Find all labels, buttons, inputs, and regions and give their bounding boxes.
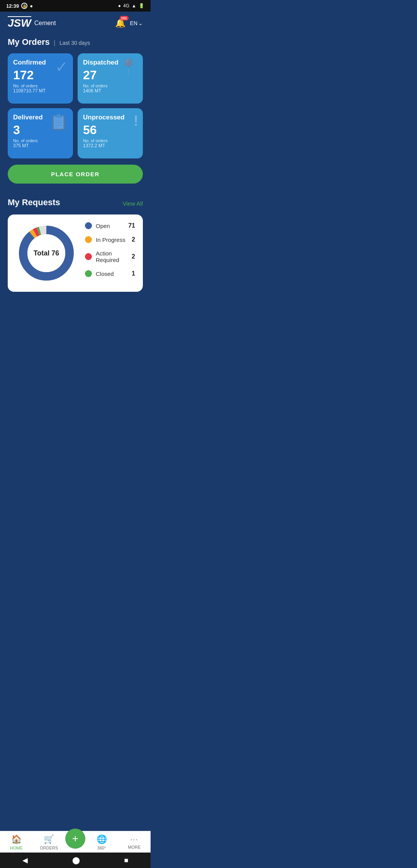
app-header: JSW Cement 🔔 101 EN ⌄ xyxy=(0,12,151,33)
battery-icon: 🔋 xyxy=(139,3,144,9)
notification-badge: 101 xyxy=(120,16,129,20)
orders-header: My Orders | Last 30 days xyxy=(8,37,143,47)
delivered-icon: 📋 xyxy=(49,113,68,131)
dispatched-desc: No. of orders xyxy=(83,83,137,88)
orders-period: Last 30 days xyxy=(59,40,90,46)
closed-label: Closed xyxy=(96,271,114,277)
donut-total-label: Total 76 xyxy=(34,249,59,257)
signal-icon: ▲ xyxy=(132,3,136,9)
legend-closed[interactable]: Closed 1 xyxy=(85,270,135,277)
brand-name: Cement xyxy=(34,20,56,27)
delivered-desc: No. of orders xyxy=(13,138,68,143)
closed-dot xyxy=(85,270,92,277)
logo-area: JSW Cement xyxy=(8,18,56,29)
dot-signal: ● xyxy=(118,3,121,9)
open-label: Open xyxy=(96,223,110,229)
open-value: 71 xyxy=(128,222,135,229)
place-order-button[interactable]: PLACE ORDER xyxy=(8,165,143,184)
time-display: 12:39 xyxy=(6,3,19,9)
orders-grid: ✓ Confirmed 172 No. of orders 1108710.77… xyxy=(8,53,143,158)
language-selector[interactable]: EN ⌄ xyxy=(130,20,143,26)
lock-icon: 🔒 xyxy=(21,3,27,9)
dispatched-mt: 1406 MT xyxy=(83,88,137,94)
requests-section: My Requests View All xyxy=(0,190,151,296)
unprocessed-desc: No. of orders xyxy=(83,138,137,143)
network-type: 4G xyxy=(123,3,129,9)
status-bar-left: 12:39 🔒 ● xyxy=(6,3,33,9)
status-bar: 12:39 🔒 ● ● 4G ▲ 🔋 xyxy=(0,0,151,12)
closed-value: 1 xyxy=(132,270,135,277)
confirmed-mt: 1108710.77 MT xyxy=(13,88,68,94)
header-actions: 🔔 101 EN ⌄ xyxy=(115,18,143,28)
jsw-logo: JSW xyxy=(8,18,31,29)
notification-bell[interactable]: 🔔 101 xyxy=(115,18,125,28)
legend-action-required[interactable]: Action Required 2 xyxy=(85,250,135,263)
unprocessed-mt: 1372.2 MT xyxy=(83,143,137,148)
view-all-link[interactable]: View All xyxy=(123,200,143,207)
unprocessed-label: Unprocessed xyxy=(83,114,137,121)
delivered-card[interactable]: 📋 Delivered 3 No. of orders 375 MT xyxy=(8,108,73,158)
unprocessed-count: 56 xyxy=(83,124,137,136)
legend-open[interactable]: Open 71 xyxy=(85,222,135,229)
confirmed-desc: No. of orders xyxy=(13,83,68,88)
dispatched-card[interactable]: 📍 Dispatched 27 No. of orders 1406 MT xyxy=(78,53,143,104)
action-required-dot xyxy=(85,253,92,260)
confirmed-icon: ✓ xyxy=(55,58,68,76)
action-required-label: Action Required xyxy=(96,250,132,263)
unprocessed-card[interactable]: ! Unprocessed 56 No. of orders 1372.2 MT xyxy=(78,108,143,158)
in-progress-label: In Progress xyxy=(96,237,125,243)
orders-title: My Orders xyxy=(8,37,50,47)
dispatched-icon: 📍 xyxy=(119,58,138,76)
requests-chart-card: Total 76 Open 71 In Progress 2 xyxy=(8,214,143,292)
chart-legend: Open 71 In Progress 2 Action Required xyxy=(85,222,135,284)
chevron-down-icon: ⌄ xyxy=(138,20,143,26)
dot-indicator: ● xyxy=(30,3,33,9)
orders-section: My Orders | Last 30 days ✓ Confirmed 172… xyxy=(0,33,151,190)
requests-title: My Requests xyxy=(8,197,60,208)
confirmed-card[interactable]: ✓ Confirmed 172 No. of orders 1108710.77… xyxy=(8,53,73,104)
language-label: EN xyxy=(130,20,137,26)
in-progress-value: 2 xyxy=(132,236,135,243)
unprocessed-icon: ! xyxy=(134,113,138,129)
legend-in-progress[interactable]: In Progress 2 xyxy=(85,236,135,243)
action-required-value: 2 xyxy=(132,253,135,260)
donut-chart: Total 76 xyxy=(15,222,77,284)
requests-header: My Requests View All xyxy=(8,197,143,209)
status-bar-right: ● 4G ▲ 🔋 xyxy=(118,3,144,9)
delivered-mt: 375 MT xyxy=(13,143,68,148)
open-dot xyxy=(85,222,92,229)
in-progress-dot xyxy=(85,236,92,243)
